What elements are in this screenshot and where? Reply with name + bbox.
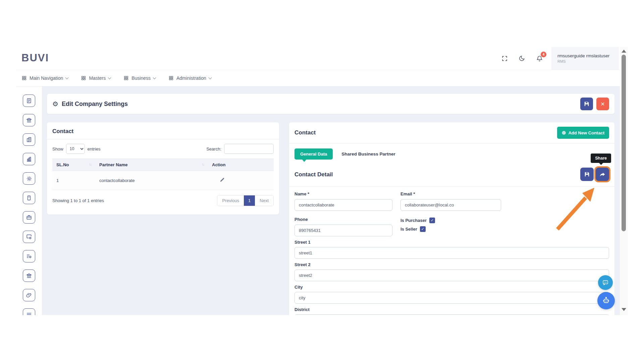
sidebar-item-institution[interactable] xyxy=(23,269,35,282)
contact-detail-panel-title: Contact xyxy=(294,129,316,136)
search-label: Search: xyxy=(206,146,221,152)
is-purchaser-label: Is Purchaser xyxy=(400,218,427,223)
city-field[interactable] xyxy=(294,292,609,304)
email-label: Email * xyxy=(400,191,501,196)
nav-main-navigation[interactable]: Main Navigation xyxy=(21,75,68,81)
grid-icon xyxy=(81,75,86,81)
sidebar-item-list-settings[interactable] xyxy=(23,250,35,262)
street2-label: Street 2 xyxy=(294,262,609,267)
email-field[interactable] xyxy=(400,199,501,211)
fullscreen-button[interactable] xyxy=(500,54,508,62)
street2-field[interactable] xyxy=(294,269,609,281)
brand-logo: BUVI xyxy=(21,52,49,64)
sidebar-item-business[interactable] xyxy=(23,211,35,224)
name-label: Name * xyxy=(294,191,392,196)
plus-circle-icon: ⊕ xyxy=(562,130,566,136)
street1-field[interactable] xyxy=(294,247,609,259)
assistant-bot-button[interactable] xyxy=(597,292,615,309)
pagination-page-1[interactable]: 1 xyxy=(244,195,255,206)
add-new-contact-button[interactable]: ⊕ Add New Contact xyxy=(557,127,609,139)
search-input[interactable] xyxy=(224,144,274,154)
list-icon xyxy=(26,311,32,315)
scrollbar-thumb[interactable] xyxy=(622,55,626,231)
name-field[interactable] xyxy=(294,199,392,211)
sort-icon: ↑↓ xyxy=(89,162,91,166)
is-seller-checkbox[interactable]: ✓ xyxy=(420,226,426,232)
fullscreen-icon xyxy=(501,55,508,62)
save-icon xyxy=(583,101,590,107)
scroll-up-arrow[interactable] xyxy=(622,50,626,53)
sidebar-item-display-settings[interactable] xyxy=(23,231,35,243)
sidebar-item-settings[interactable] xyxy=(23,172,35,185)
tab-general-data[interactable]: General Data xyxy=(294,148,333,160)
notification-badge: 4 xyxy=(541,52,546,57)
tab-shared-business-partner[interactable]: Shared Business Partner xyxy=(341,152,395,157)
share-contact-button[interactable]: Share xyxy=(596,168,609,181)
sidebar-item-company[interactable] xyxy=(23,133,35,146)
save-company-button[interactable] xyxy=(580,98,593,110)
pagination-previous[interactable]: Previous xyxy=(217,195,244,206)
vertical-scrollbar[interactable] xyxy=(620,47,628,315)
chevron-down-icon xyxy=(208,76,212,79)
page-title: Edit Company Settings xyxy=(62,101,128,108)
col-header-partner-name[interactable]: Partner Name↑↓ xyxy=(95,159,208,171)
nav-business[interactable]: Business xyxy=(123,75,156,81)
user-role: RMS xyxy=(557,59,619,63)
app-body: ⚙ Edit Company Settings × Contact xyxy=(16,86,620,315)
sidebar-item-document[interactable] xyxy=(23,95,35,107)
col-header-slno[interactable]: SL.No↑↓ xyxy=(52,159,95,171)
page-titlebar: ⚙ Edit Company Settings × xyxy=(47,94,614,114)
street1-label: Street 1 xyxy=(294,240,609,245)
cell-partner-name: contactcollaborate xyxy=(95,171,208,190)
col-header-action: Action xyxy=(208,159,274,171)
pagination-next[interactable]: Next xyxy=(255,195,273,206)
edit-pencil-icon[interactable] xyxy=(219,177,225,183)
moon-icon xyxy=(519,55,525,62)
main-navbar: Main Navigation Masters Business Adminis… xyxy=(16,70,620,86)
robot-icon xyxy=(601,296,611,305)
chevron-down-icon xyxy=(65,76,69,79)
is-purchaser-checkbox[interactable]: ✓ xyxy=(429,218,435,223)
save-contact-button[interactable] xyxy=(580,168,594,181)
is-seller-label: Is Seller xyxy=(400,227,417,232)
nav-masters[interactable]: Masters xyxy=(81,75,111,81)
nav-label: Administration xyxy=(176,75,206,81)
table-summary: Showing 1 to 1 of 1 entries xyxy=(52,198,104,203)
contact-list-panel: Contact Show 10 entries Search: xyxy=(47,122,279,215)
sidebar xyxy=(16,86,42,315)
district-field[interactable] xyxy=(294,314,609,315)
page-size-select[interactable]: 10 xyxy=(66,144,85,154)
sidebar-item-bank[interactable] xyxy=(23,114,35,126)
sidebar-item-reports[interactable] xyxy=(23,153,35,165)
cell-slno: 1 xyxy=(52,171,95,190)
attachment-icon xyxy=(26,292,32,298)
grid-icon xyxy=(123,75,129,81)
entries-label: entries xyxy=(88,146,101,152)
company-icon xyxy=(26,136,32,143)
settings-gear-icon: ⚙ xyxy=(52,101,58,107)
app-window: BUVI 4 xyxy=(16,47,628,315)
list-settings-icon xyxy=(26,253,32,259)
show-label: Show xyxy=(52,146,63,152)
screen: BUVI 4 xyxy=(0,0,644,362)
sidebar-item-device[interactable] xyxy=(23,192,35,204)
phone-field[interactable] xyxy=(294,225,392,236)
user-menu[interactable]: rmsuserguide rmslastuser RMS xyxy=(551,47,619,70)
chevron-down-icon xyxy=(153,76,156,79)
chat-widget-button[interactable] xyxy=(598,275,613,290)
scroll-down-arrow[interactable] xyxy=(622,308,626,311)
close-icon: × xyxy=(601,100,605,108)
gear-icon xyxy=(26,175,33,182)
nav-label: Masters xyxy=(89,75,106,81)
sidebar-item-list[interactable] xyxy=(23,308,35,315)
notifications-button[interactable]: 4 xyxy=(535,54,543,62)
city-label: City xyxy=(294,285,609,290)
close-button[interactable]: × xyxy=(596,98,609,110)
dark-mode-button[interactable] xyxy=(518,54,526,62)
nav-administration[interactable]: Administration xyxy=(168,75,211,81)
chevron-down-icon xyxy=(108,76,111,79)
share-icon xyxy=(599,171,606,178)
contacts-table: SL.No↑↓ Partner Name↑↓ Action 1 contactc… xyxy=(52,159,274,190)
sidebar-item-attachments[interactable] xyxy=(23,289,35,301)
nav-label: Main Navigation xyxy=(30,75,63,81)
